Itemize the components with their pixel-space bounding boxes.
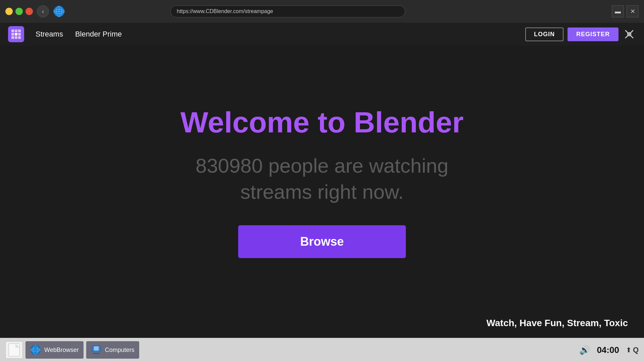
site-logo (8, 26, 24, 42)
close-icon: ✕ (630, 8, 635, 15)
login-button[interactable]: LOGIN (525, 27, 564, 41)
close-light[interactable] (25, 8, 33, 15)
taskbar-right: 🔊 04:00 ⬆ Q (579, 345, 639, 355)
site-navbar: Streams Blender Prime LOGIN REGISTER (0, 23, 644, 46)
svg-rect-7 (18, 29, 21, 32)
logo-icon (11, 29, 21, 40)
traffic-lights (5, 8, 33, 15)
hero-title: Welcome to Blender (180, 105, 464, 139)
tagline: Watch, Have Fun, Stream, Toxic (486, 318, 628, 328)
volume-icon[interactable]: 🔊 (579, 345, 590, 355)
browser-content: Streams Blender Prime LOGIN REGISTER Wel… (0, 23, 644, 338)
q-label: Q (633, 346, 639, 354)
svg-rect-24 (94, 346, 99, 350)
window-controls: ▬ ✕ (612, 5, 639, 17)
webbrowser-label: WebBrowser (44, 347, 79, 354)
settings-icon (624, 29, 634, 39)
browser-chrome: ‹ https://www.CDBlender.com/streampage ▬… (0, 0, 644, 23)
webbrowser-icon (30, 345, 41, 355)
svg-rect-17 (9, 344, 19, 356)
svg-rect-6 (15, 29, 17, 32)
nav-blender-prime[interactable]: Blender Prime (69, 30, 128, 39)
maximize-light[interactable] (15, 8, 23, 15)
minimize-light[interactable] (5, 8, 13, 15)
register-button[interactable]: REGISTER (568, 27, 619, 41)
hero-section: Welcome to Blender 830980 people are wat… (0, 46, 644, 338)
svg-rect-10 (18, 33, 21, 36)
nav-streams[interactable]: Streams (30, 30, 69, 39)
close-button[interactable]: ✕ (627, 5, 639, 17)
address-bar[interactable]: https://www.CDBlender.com/streampage (170, 5, 405, 17)
back-icon: ‹ (42, 8, 44, 15)
globe-icon (53, 5, 65, 17)
os-frame: ‹ https://www.CDBlender.com/streampage ▬… (0, 0, 644, 362)
svg-rect-8 (11, 33, 14, 36)
taskbar-file-icon[interactable] (5, 341, 23, 359)
svg-rect-13 (18, 36, 21, 39)
svg-rect-12 (15, 36, 17, 39)
nav-right: LOGIN REGISTER (525, 27, 636, 41)
svg-rect-26 (93, 353, 99, 354)
taskbar-computers[interactable]: Computers (86, 341, 139, 359)
taskbar-clock: 04:00 (597, 345, 619, 355)
computers-label: Computers (105, 347, 135, 354)
globe-icon-wrap (53, 5, 65, 17)
arrow-icon: ⬆ (626, 346, 632, 354)
svg-rect-5 (11, 29, 14, 32)
svg-rect-25 (94, 352, 98, 353)
taskbar-q-icon[interactable]: ⬆ Q (626, 346, 639, 354)
os-taskbar: WebBrowser Computers 🔊 04:00 ⬆ Q (0, 338, 644, 362)
svg-rect-11 (11, 36, 14, 39)
file-icon (8, 343, 20, 357)
browse-button[interactable]: Browse (238, 225, 406, 258)
settings-button[interactable] (623, 27, 636, 41)
computers-icon (91, 345, 102, 355)
taskbar-webbrowser[interactable]: WebBrowser (25, 341, 84, 359)
hero-subtitle: 830980 people are watchingstreams right … (196, 153, 448, 205)
back-button[interactable]: ‹ (37, 5, 49, 17)
minimize-button[interactable]: ▬ (612, 5, 624, 17)
minimize-icon: ▬ (615, 8, 621, 15)
svg-rect-9 (15, 33, 17, 36)
url-text: https://www.CDBlender.com/streampage (177, 8, 273, 14)
